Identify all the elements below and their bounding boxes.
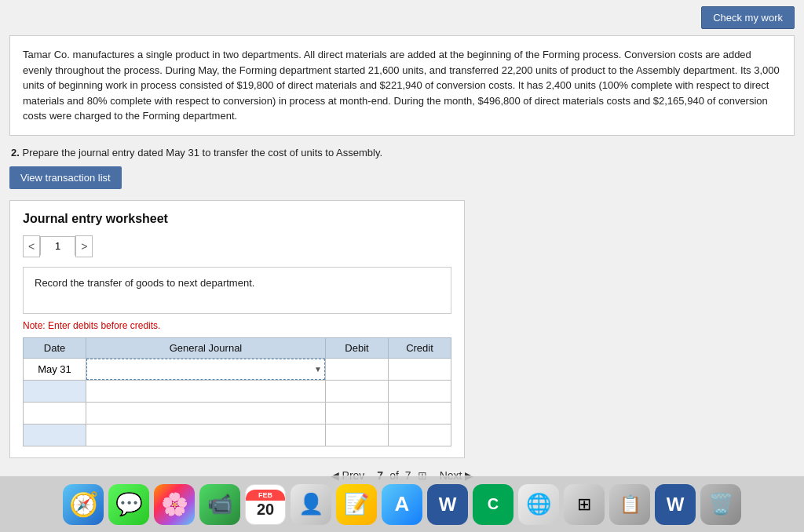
date-cell-1: May 31 bbox=[24, 358, 86, 380]
dock: 🧭 💬 🌸 📹 FEB 20 👤 📝 A W C 🌐 ⊞ 📋 bbox=[0, 476, 804, 532]
messages-icon: 💬 bbox=[115, 491, 143, 517]
debit-input-4[interactable] bbox=[326, 425, 388, 446]
gj-cell-3[interactable] bbox=[86, 402, 326, 424]
gj-input-1[interactable] bbox=[86, 359, 325, 380]
note-text: Note: Enter debits before credits. bbox=[23, 320, 451, 331]
question-number: 2. bbox=[11, 147, 20, 159]
dock-facetime[interactable]: 📹 bbox=[199, 484, 240, 525]
dock-word[interactable]: W bbox=[427, 484, 468, 525]
misc2-icon: 📋 bbox=[619, 494, 641, 515]
tab-next-button[interactable]: > bbox=[75, 235, 93, 257]
credit-cell-3[interactable] bbox=[389, 402, 451, 424]
appstore-icon: A bbox=[395, 492, 410, 516]
debit-cell-2[interactable] bbox=[326, 380, 389, 402]
instruction-text: Record the transfer of goods to next dep… bbox=[35, 277, 254, 289]
tab-prev-button[interactable]: < bbox=[23, 235, 40, 257]
check-my-work-button[interactable]: Check my work bbox=[701, 6, 795, 29]
credit-input-2[interactable] bbox=[389, 381, 451, 402]
facetime-icon: 📹 bbox=[207, 492, 232, 516]
cricut-icon: C bbox=[488, 495, 499, 513]
dock-misc1[interactable]: ⊞ bbox=[564, 484, 605, 525]
header-debit: Debit bbox=[326, 337, 389, 358]
credit-cell-1[interactable] bbox=[389, 358, 451, 380]
dock-trash[interactable]: 🗑️ bbox=[700, 484, 741, 525]
date-cell-2 bbox=[24, 380, 86, 402]
credit-input-4[interactable] bbox=[389, 425, 451, 446]
debit-cell-1[interactable] bbox=[326, 358, 389, 380]
tab-1[interactable]: 1 bbox=[40, 236, 75, 256]
browser-icon: 🌐 bbox=[526, 492, 551, 516]
dock-browser[interactable]: 🌐 bbox=[518, 484, 559, 525]
dock-appstore[interactable]: A bbox=[382, 484, 422, 525]
credit-input-3[interactable] bbox=[389, 403, 451, 424]
dock-contacts[interactable]: 👤 bbox=[291, 484, 331, 525]
credit-input-1[interactable] bbox=[389, 359, 451, 380]
dock-photos[interactable]: 🌸 bbox=[154, 484, 195, 525]
misc3-icon: W bbox=[667, 494, 685, 516]
date-cell-3 bbox=[24, 402, 86, 424]
trash-icon: 🗑️ bbox=[708, 492, 733, 516]
safari-icon: 🧭 bbox=[69, 490, 98, 518]
top-bar: Check my work bbox=[0, 0, 804, 35]
gj-input-3[interactable] bbox=[86, 403, 325, 424]
instruction-box: Record the transfer of goods to next dep… bbox=[23, 267, 451, 314]
table-row bbox=[24, 402, 451, 424]
date-cell-4 bbox=[24, 424, 86, 446]
main-content: Tamar Co. manufactures a single product … bbox=[0, 35, 804, 493]
worksheet-title: Journal entry worksheet bbox=[23, 212, 451, 226]
table-row bbox=[24, 424, 451, 446]
dock-messages[interactable]: 💬 bbox=[108, 484, 149, 525]
debit-input-2[interactable] bbox=[326, 381, 388, 402]
tab-navigation: < 1 > bbox=[23, 235, 451, 257]
header-date: Date bbox=[24, 337, 86, 358]
gj-input-2[interactable] bbox=[86, 381, 325, 402]
gj-cell-1[interactable]: ▼ bbox=[86, 358, 326, 380]
question: 2. Prepare the journal entry dated May 3… bbox=[9, 147, 795, 159]
view-transaction-list-button[interactable]: View transaction list bbox=[9, 166, 122, 189]
header-general-journal: General Journal bbox=[86, 337, 326, 358]
problem-box: Tamar Co. manufactures a single product … bbox=[9, 35, 795, 136]
table-row bbox=[24, 380, 451, 402]
debit-input-3[interactable] bbox=[326, 403, 388, 424]
contacts-icon: 👤 bbox=[298, 492, 323, 516]
debit-cell-3[interactable] bbox=[326, 402, 389, 424]
credit-cell-2[interactable] bbox=[389, 380, 451, 402]
dock-calendar[interactable]: FEB 20 bbox=[245, 484, 286, 525]
gj-cell-4[interactable] bbox=[86, 424, 326, 446]
header-credit: Credit bbox=[389, 337, 451, 358]
table-row: May 31 ▼ bbox=[24, 358, 451, 380]
question-text: Prepare the journal entry dated May 31 t… bbox=[22, 147, 382, 159]
dock-misc2[interactable]: 📋 bbox=[609, 484, 650, 525]
debit-cell-4[interactable] bbox=[326, 424, 389, 446]
calendar-month: FEB bbox=[246, 490, 285, 501]
dock-misc3[interactable]: W bbox=[655, 484, 696, 525]
word-icon: W bbox=[439, 494, 457, 516]
dock-notes[interactable]: 📝 bbox=[336, 484, 377, 525]
calendar-day: 20 bbox=[257, 501, 274, 519]
journal-entry-worksheet: Journal entry worksheet < 1 > Record the… bbox=[9, 200, 465, 458]
dock-safari[interactable]: 🧭 bbox=[63, 484, 104, 525]
debit-input-1[interactable] bbox=[326, 359, 388, 380]
gj-cell-2[interactable] bbox=[86, 380, 326, 402]
problem-text: Tamar Co. manufactures a single product … bbox=[23, 49, 780, 122]
notes-icon: 📝 bbox=[344, 492, 369, 516]
dock-cricut[interactable]: C bbox=[473, 484, 513, 525]
misc1-icon: ⊞ bbox=[577, 494, 591, 515]
photos-icon: 🌸 bbox=[161, 491, 188, 517]
credit-cell-4[interactable] bbox=[389, 424, 451, 446]
journal-table: Date General Journal Debit Credit May 31… bbox=[23, 337, 451, 446]
gj-input-4[interactable] bbox=[86, 425, 325, 446]
